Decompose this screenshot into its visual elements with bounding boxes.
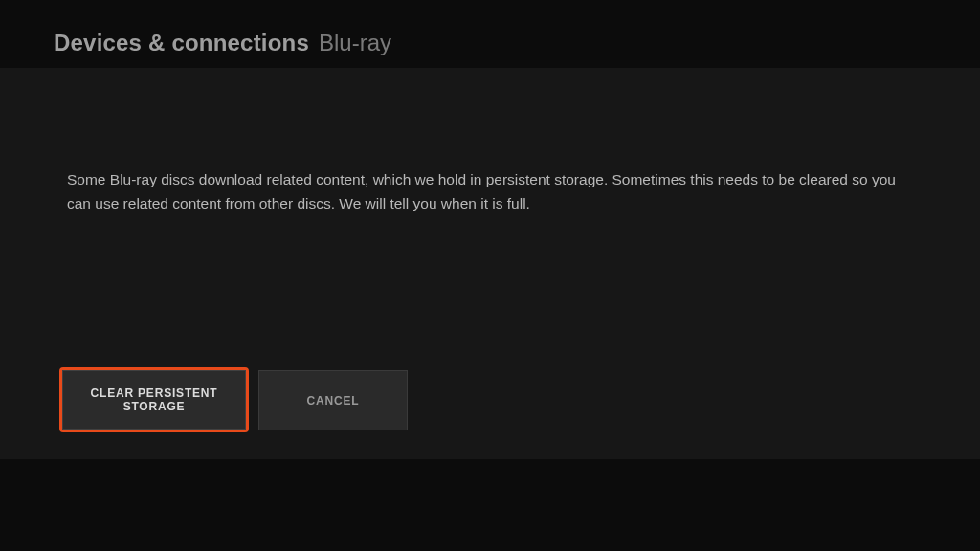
description-text: Some Blu-ray discs download related cont…: [67, 167, 909, 215]
focused-button-ring: CLEAR PERSISTENT STORAGE: [59, 367, 249, 432]
header-bar: Devices & connections Blu-ray: [0, 0, 980, 68]
breadcrumb-subtitle: Blu-ray: [319, 30, 391, 56]
button-label: CANCEL: [307, 394, 360, 408]
main-content: Some Blu-ray discs download related cont…: [0, 68, 980, 459]
breadcrumb-title: Devices & connections: [54, 30, 309, 56]
cancel-button[interactable]: CANCEL: [258, 370, 408, 430]
footer-bar: [0, 459, 980, 551]
button-row: CLEAR PERSISTENT STORAGE CANCEL: [59, 367, 408, 432]
button-label: CLEAR PERSISTENT STORAGE: [63, 386, 245, 413]
clear-persistent-storage-button[interactable]: CLEAR PERSISTENT STORAGE: [62, 370, 246, 430]
